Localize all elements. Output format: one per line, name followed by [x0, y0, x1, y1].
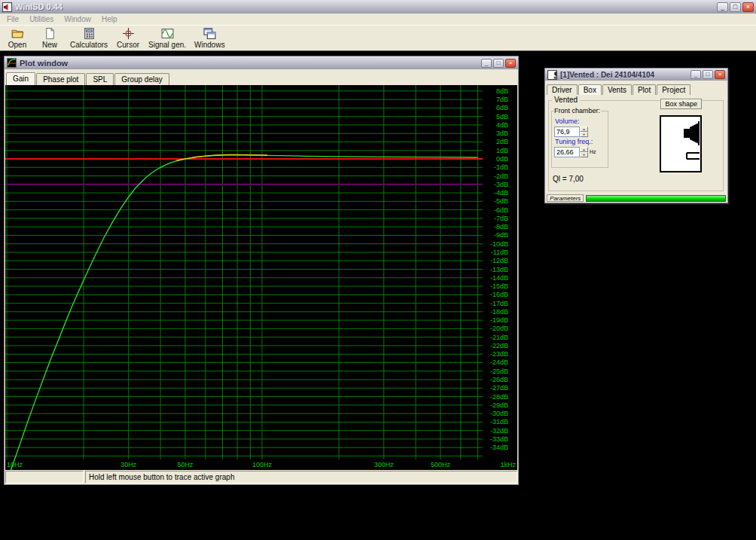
tuning-freq-field-row: ▲ ▼ Hz	[554, 146, 605, 157]
plot-window: Plot window _ □ × Gain Phase plot SPL Gr…	[4, 56, 519, 485]
windows-icon	[203, 27, 216, 40]
tab-group-delay[interactable]: Group delay	[114, 73, 169, 85]
tab-box[interactable]: Box	[578, 84, 602, 95]
plot-statusbar: Hold left mouse button to trace active g…	[5, 471, 517, 484]
box-window: [1]Vented : Dei 24104/4104 _ □ × Driver …	[544, 68, 728, 203]
y-tick-label: 3dB	[496, 130, 508, 137]
y-tick-label: -24dB	[490, 358, 508, 366]
menu-utilities[interactable]: Utilities	[24, 14, 59, 24]
gain-plot-canvas[interactable]	[5, 85, 517, 470]
speaker-box-drawing	[661, 117, 700, 171]
tuning-freq-input[interactable]	[554, 147, 580, 157]
box-tab-content: Vented Box shape Front chamber: Volume: …	[545, 95, 727, 194]
toolbar-new-button[interactable]: New	[35, 26, 65, 50]
y-tick-label: -32dB	[490, 427, 508, 435]
front-chamber-group: Front chamber: Volume: ▲ ▼ Tuning freq.:…	[551, 111, 608, 168]
tab-project[interactable]: Project	[657, 84, 690, 95]
y-tick-label: -22dB	[490, 342, 508, 349]
plot-window-titlebar[interactable]: Plot window _ □ ×	[5, 56, 518, 69]
toolbar-windows-label: Windows	[194, 41, 225, 49]
toolbar-open-button[interactable]: Open	[2, 26, 32, 50]
main-window-title: WinISD 0.44	[15, 2, 62, 11]
progress-bar	[586, 195, 726, 202]
box-minimize-button[interactable]: _	[690, 70, 701, 79]
box-window-bottombar: Parameters	[545, 194, 727, 203]
box-close-button[interactable]: ×	[715, 70, 725, 79]
x-axis-labels: 10Hz30Hz50Hz100Hz300Hz500Hz1kHz	[5, 461, 517, 470]
main-minimize-button[interactable]: _	[717, 2, 728, 12]
y-tick-label: 6dB	[496, 104, 508, 111]
plot-close-button[interactable]: ×	[505, 59, 516, 68]
y-tick-label: -9dB	[494, 231, 508, 239]
box-shape-button[interactable]: Box shape	[660, 99, 702, 109]
tab-vents[interactable]: Vents	[602, 84, 632, 95]
cursor-icon	[122, 27, 135, 40]
toolbar-windows-button[interactable]: Windows	[191, 26, 228, 50]
y-tick-label: -17dB	[490, 300, 508, 307]
menu-window[interactable]: Window	[59, 14, 96, 24]
y-tick-label: -15dB	[490, 282, 508, 290]
y-tick-label: -8dB	[494, 223, 508, 230]
tab-plot[interactable]: Plot	[633, 84, 656, 95]
y-tick-label: -4dB	[494, 189, 508, 197]
menu-bar: File Utilities Window Help	[0, 14, 756, 25]
main-maximize-button[interactable]: □	[730, 2, 741, 12]
tuning-freq-spinner-up[interactable]: ▲	[580, 147, 588, 152]
volume-input[interactable]	[554, 127, 580, 137]
plot-tabbar: Gain Phase plot SPL Group delay	[5, 69, 518, 85]
y-tick-label: -25dB	[490, 368, 508, 375]
volume-field-row: ▲ ▼	[554, 126, 605, 137]
tab-spl[interactable]: SPL	[86, 73, 114, 85]
toolbar-new-label: New	[42, 41, 57, 49]
x-tick-label: 100Hz	[249, 461, 275, 468]
y-tick-label: 0dB	[496, 155, 508, 163]
toolbar-calculators-button[interactable]: Calculators	[67, 26, 111, 50]
volume-label: Volume:	[555, 117, 605, 125]
volume-spinner-down[interactable]: ▼	[580, 132, 588, 137]
plot-maximize-button[interactable]: □	[493, 59, 504, 68]
tab-gain[interactable]: Gain	[6, 72, 35, 85]
tuning-freq-unit: Hz	[590, 149, 596, 154]
toolbar-open-label: Open	[8, 41, 26, 49]
status-message: Hold left mouse button to trace active g…	[85, 471, 517, 484]
y-tick-label: -14dB	[490, 274, 508, 282]
menu-help[interactable]: Help	[96, 14, 123, 24]
toolbar-signal-gen-button[interactable]: Signal gen.	[145, 26, 189, 50]
y-tick-label: 4dB	[496, 121, 508, 129]
x-tick-label: 10Hz	[7, 461, 23, 468]
y-tick-label: 7dB	[496, 96, 508, 103]
signal-generator-icon	[161, 27, 174, 40]
front-chamber-label: Front chamber:	[553, 107, 601, 114]
tuning-freq-spinner-down[interactable]: ▼	[580, 152, 588, 157]
tab-driver[interactable]: Driver	[547, 84, 578, 95]
box-maximize-button[interactable]: □	[703, 70, 713, 79]
menu-file[interactable]: File	[2, 14, 24, 24]
y-tick-label: -12dB	[490, 257, 508, 264]
y-tick-label: 1dB	[496, 147, 508, 154]
toolbar-cursor-button[interactable]: Cursor	[113, 26, 143, 50]
main-titlebar[interactable]: WinISD 0.44 _ □ ×	[0, 0, 756, 14]
y-tick-label: -31dB	[490, 418, 508, 426]
volume-spinner: ▲ ▼	[580, 127, 588, 137]
y-tick-label: -7dB	[494, 215, 508, 222]
y-tick-label: 2dB	[496, 138, 508, 145]
calculator-icon	[83, 27, 96, 40]
status-panel-left	[5, 471, 84, 484]
main-close-button[interactable]: ×	[742, 2, 754, 12]
plot-minimize-button[interactable]: _	[481, 59, 492, 68]
x-tick-label: 1kHz	[493, 461, 516, 468]
ql-value-text: Ql = 7,00	[553, 175, 584, 183]
box-window-title: [1]Vented : Dei 24104/4104	[560, 71, 654, 79]
y-tick-label: -19dB	[490, 316, 508, 324]
parameters-tab[interactable]: Parameters	[547, 194, 584, 202]
volume-spinner-up[interactable]: ▲	[580, 127, 588, 132]
toolbar-cursor-label: Cursor	[117, 41, 139, 49]
tab-phase-plot[interactable]: Phase plot	[36, 73, 85, 85]
box-window-titlebar[interactable]: [1]Vented : Dei 24104/4104 _ □ ×	[545, 69, 727, 81]
gain-plot-area[interactable]: 8dB7dB6dB5dB4dB3dB2dB1dB0dB-1dB-2dB-3dB-…	[5, 85, 517, 470]
tuning-freq-spinner: ▲ ▼	[580, 147, 588, 157]
y-tick-label: -21dB	[490, 334, 508, 341]
y-tick-label: -10dB	[490, 240, 508, 248]
y-tick-label: -29dB	[490, 401, 508, 409]
y-tick-label: -11dB	[491, 249, 508, 256]
